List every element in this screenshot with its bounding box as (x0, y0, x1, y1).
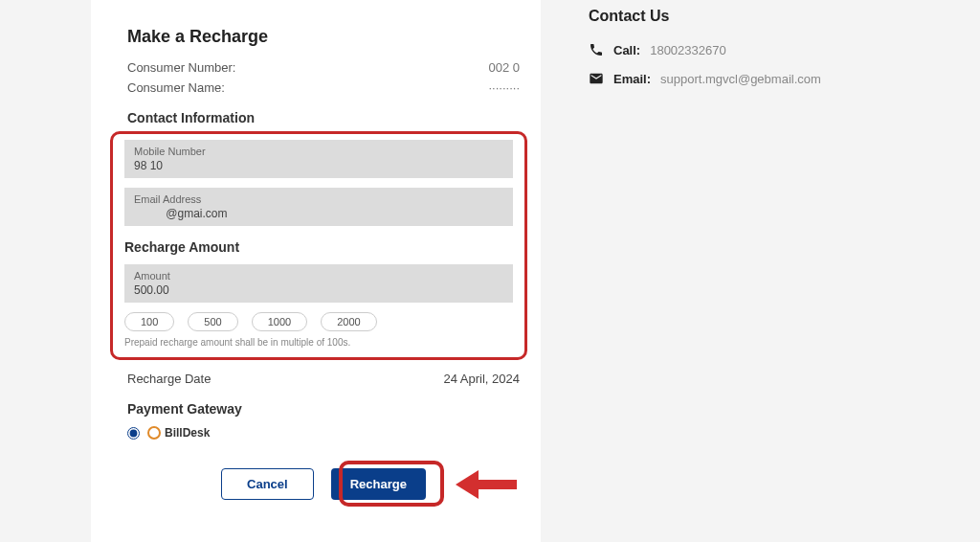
billdesk-text: BillDesk (165, 426, 210, 440)
billdesk-radio[interactable] (127, 427, 140, 440)
amount-input[interactable]: Amount 500.00 (124, 264, 513, 303)
mobile-value: 98 10 (134, 159, 503, 172)
preset-2000[interactable]: 2000 (321, 312, 376, 331)
billdesk-icon (147, 426, 161, 440)
email-label: Email Address (134, 193, 503, 205)
amount-hint: Prepaid recharge amount shall be in mult… (124, 337, 513, 348)
recharge-date-label: Recharge Date (127, 372, 211, 386)
consumer-name-value: ········· (488, 80, 520, 95)
email-value: support.mgvcl@gebmail.com (660, 72, 821, 86)
mobile-label: Mobile Number (134, 146, 503, 157)
billdesk-label: BillDesk (147, 426, 210, 440)
contact-call-row: Call: 18002332670 (589, 42, 821, 57)
amount-value: 500.00 (134, 283, 503, 297)
consumer-number-label: Consumer Number: (127, 60, 235, 75)
contact-us-heading: Contact Us (589, 8, 821, 25)
arrow-annotation (456, 470, 523, 499)
gateway-option-row[interactable]: BillDesk (127, 426, 520, 440)
recharge-date-row: Recharge Date 24 April, 2024 (127, 372, 520, 386)
recharge-button[interactable]: Recharge (331, 468, 426, 500)
email-input[interactable]: Email Address @gmai.com (124, 188, 513, 226)
contact-info-heading: Contact Information (127, 110, 520, 125)
amount-presets: 100 500 1000 2000 (124, 312, 513, 331)
amount-label: Amount (134, 270, 503, 282)
recharge-amount-heading: Recharge Amount (124, 239, 513, 255)
email-icon (589, 71, 604, 86)
contact-sidebar: Contact Us Call: 18002332670 Email: supp… (589, 0, 821, 542)
payment-gateway-heading: Payment Gateway (127, 401, 520, 417)
call-value: 18002332670 (650, 43, 726, 57)
email-value: @gmai.com (134, 207, 503, 220)
mobile-input[interactable]: Mobile Number 98 10 (124, 140, 513, 178)
call-label: Call: (613, 43, 640, 57)
phone-icon (589, 42, 604, 57)
page-title: Make a Recharge (127, 27, 520, 47)
consumer-name-label: Consumer Name: (127, 80, 225, 95)
email-label: Email: (613, 72, 651, 86)
consumer-number-row: Consumer Number: 002 0 (127, 60, 520, 75)
preset-500[interactable]: 500 (188, 312, 237, 331)
contact-email-row: Email: support.mgvcl@gebmail.com (589, 71, 821, 86)
consumer-name-row: Consumer Name: ········· (127, 80, 520, 95)
buttons-row: Cancel Recharge (127, 468, 520, 500)
form-highlight-box: Mobile Number 98 10 Email Address @gmai.… (110, 131, 527, 360)
cancel-button[interactable]: Cancel (221, 468, 314, 500)
recharge-date-value: 24 April, 2024 (443, 372, 520, 386)
main-form-panel: Make a Recharge Consumer Number: 002 0 C… (91, 0, 541, 542)
preset-1000[interactable]: 1000 (252, 312, 307, 331)
consumer-number-value: 002 0 (488, 60, 520, 75)
preset-100[interactable]: 100 (124, 312, 174, 331)
